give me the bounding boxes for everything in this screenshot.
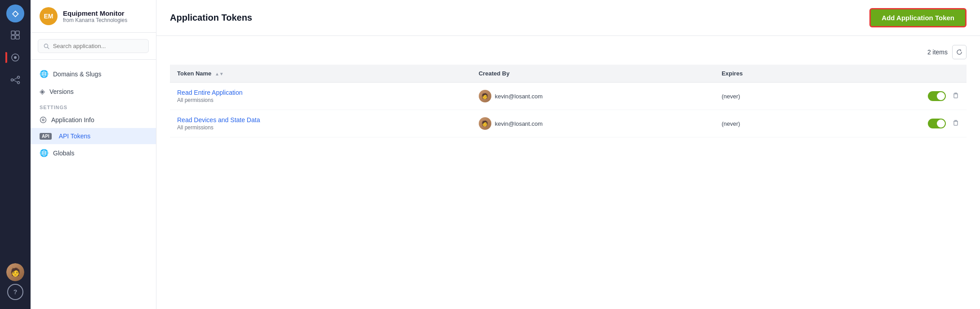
svg-line-9 — [13, 78, 18, 80]
created-by-cell-1: 🧑 kevin@losant.com — [472, 110, 714, 137]
delete-button-0[interactable] — [952, 92, 959, 101]
sidebar-item-globals-label: Globals — [53, 150, 74, 157]
sidebar-item-versions[interactable]: ◈ Versions — [31, 83, 156, 100]
network-icon — [10, 75, 20, 85]
component-nav-btn[interactable] — [5, 48, 25, 67]
sidebar-item-api-tokens-label: API Tokens — [59, 132, 91, 140]
main-body: 2 items Token Name ▲▼ Created By Expires — [156, 36, 980, 309]
sidebar-app-header: EM Equipment Monitor from Kanarra Techno… — [31, 0, 156, 33]
sidebar-item-domains[interactable]: 🌐 Domains & Slugs — [31, 65, 156, 83]
svg-point-6 — [11, 79, 13, 81]
svg-rect-16 — [954, 121, 958, 125]
svg-rect-15 — [954, 94, 958, 98]
help-nav-btn[interactable]: ? — [7, 284, 23, 300]
settings-icon — [40, 116, 47, 124]
dashboard-nav-btn[interactable] — [5, 25, 25, 45]
expires-cell-0: (never) — [714, 83, 824, 110]
user-avatar-1: 🧑 — [479, 117, 491, 130]
items-bar: 2 items — [170, 45, 967, 59]
dashboard-icon — [10, 30, 20, 40]
col-token-name-label: Token Name — [177, 70, 211, 77]
token-sub-0: All permissions — [177, 97, 464, 103]
toggle-0[interactable] — [928, 91, 946, 101]
page-title: Application Tokens — [170, 13, 252, 23]
sidebar-item-globals[interactable]: 🌐 Globals — [31, 144, 156, 162]
delete-button-1[interactable] — [952, 119, 959, 128]
user-avatar-0: 🧑 — [479, 90, 491, 102]
sidebar-item-application-info[interactable]: Application Info — [31, 112, 156, 128]
token-table: Token Name ▲▼ Created By Expires Read En… — [170, 65, 967, 137]
token-name-link-0[interactable]: Read Entire Application — [177, 89, 243, 96]
table-header-row: Token Name ▲▼ Created By Expires — [170, 65, 967, 83]
versions-icon: ◈ — [40, 87, 45, 96]
col-token-name: Token Name ▲▼ — [170, 65, 472, 83]
main-content: Application Tokens Add Application Token… — [156, 0, 980, 309]
table-row: Read Entire Application All permissions … — [170, 83, 967, 110]
app-sub: from Kanarra Technologies — [63, 17, 127, 23]
svg-rect-2 — [11, 35, 15, 39]
created-by-cell-0: 🧑 kevin@losant.com — [472, 83, 714, 110]
svg-point-14 — [42, 119, 44, 121]
brand-icon: ◇ — [12, 9, 18, 18]
sidebar-item-api-tokens[interactable]: API API Tokens — [31, 128, 156, 144]
main-header: Application Tokens Add Application Token — [156, 0, 980, 36]
refresh-button[interactable] — [952, 45, 967, 59]
token-sub-1: All permissions — [177, 124, 464, 131]
svg-point-5 — [14, 56, 17, 59]
sidebar-search — [31, 33, 156, 60]
api-badge: API — [40, 133, 52, 140]
user-email-0: kevin@losant.com — [495, 93, 543, 100]
token-name-cell-1: Read Devices and State Data All permissi… — [170, 110, 472, 137]
sidebar-item-domains-label: Domains & Slugs — [53, 71, 101, 78]
svg-rect-0 — [11, 31, 15, 35]
trash-icon — [952, 119, 959, 126]
brand-logo[interactable]: ◇ — [6, 4, 24, 22]
search-icon — [44, 43, 49, 49]
items-count: 2 items — [927, 49, 948, 56]
add-application-token-button[interactable]: Add Application Token — [869, 8, 967, 27]
sidebar: EM Equipment Monitor from Kanarra Techno… — [31, 0, 156, 309]
app-logo: EM — [40, 7, 58, 25]
sidebar-item-versions-label: Versions — [49, 88, 74, 95]
svg-point-7 — [18, 76, 20, 79]
expires-cell-1: (never) — [714, 110, 824, 137]
actions-cell-0 — [824, 83, 967, 110]
svg-line-12 — [48, 47, 49, 49]
settings-section-label: SETTINGS — [31, 100, 156, 112]
icon-nav: ◇ 🧑 — [0, 0, 31, 309]
svg-rect-1 — [16, 31, 19, 35]
table-row: Read Devices and State Data All permissi… — [170, 110, 967, 137]
sidebar-nav: 🌐 Domains & Slugs ◈ Versions SETTINGS Ap… — [31, 60, 156, 309]
token-name-link-1[interactable]: Read Devices and State Data — [177, 116, 260, 124]
svg-rect-3 — [16, 35, 19, 39]
col-created-by: Created By — [472, 65, 714, 83]
app-name: Equipment Monitor — [63, 9, 127, 17]
globe-icon: 🌐 — [40, 70, 49, 78]
svg-line-10 — [13, 80, 18, 82]
component-icon — [10, 53, 20, 62]
svg-point-8 — [18, 82, 20, 84]
token-name-cell-0: Read Entire Application All permissions — [170, 83, 472, 110]
globals-icon: 🌐 — [40, 149, 49, 157]
search-input[interactable] — [53, 43, 143, 49]
sort-icon: ▲▼ — [215, 71, 224, 76]
refresh-icon — [956, 49, 962, 55]
svg-point-13 — [40, 117, 46, 123]
user-avatar-btn[interactable]: 🧑 — [6, 263, 24, 281]
user-email-1: kevin@losant.com — [495, 120, 543, 127]
help-icon: ? — [13, 288, 18, 296]
sidebar-item-application-info-label: Application Info — [51, 116, 94, 124]
network-nav-btn[interactable] — [5, 70, 25, 90]
toggle-1[interactable] — [928, 119, 946, 128]
col-actions — [824, 65, 967, 83]
actions-cell-1 — [824, 110, 967, 137]
trash-icon — [952, 92, 959, 99]
col-expires: Expires — [714, 65, 824, 83]
